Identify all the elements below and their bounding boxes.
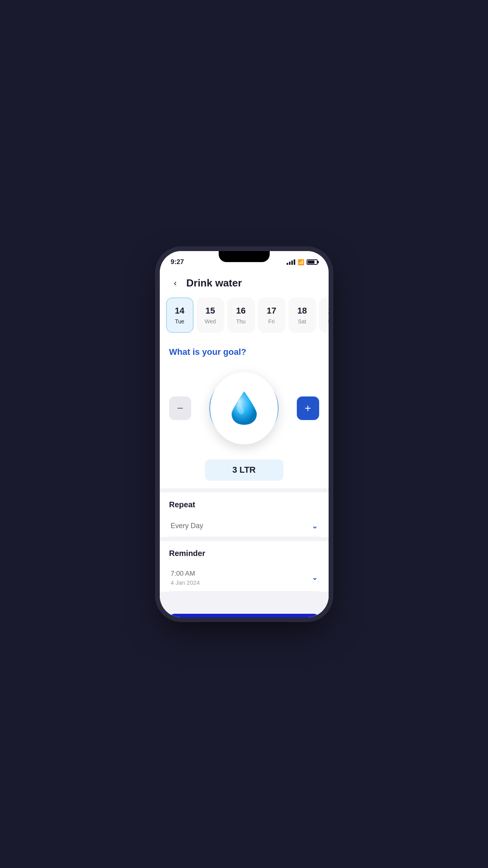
reminder-chevron-icon: ⌄ <box>312 573 318 582</box>
day-number: 17 <box>267 306 276 316</box>
reminder-time: 7:00 AM <box>171 570 200 578</box>
calendar-strip: 14Tue15Wed16Thu17Fri18Sat19Sun20Mon <box>160 294 329 339</box>
water-control: − <box>160 361 329 455</box>
repeat-value: Every Day <box>171 522 203 530</box>
goal-section: What is your goal? <box>160 339 329 361</box>
notch <box>219 251 270 262</box>
decrease-button[interactable]: − <box>169 396 192 420</box>
calendar-day-sun[interactable]: 19Sun <box>319 297 329 333</box>
day-name: Fri <box>268 318 274 325</box>
header: ‹ Drink water <box>160 271 329 294</box>
day-number: 15 <box>205 306 215 316</box>
day-name: Tue <box>175 318 185 325</box>
amount-display: 3 LTR <box>205 459 283 481</box>
back-arrow-icon: ‹ <box>174 278 177 288</box>
status-icons: 📶 <box>287 259 318 265</box>
status-time: 9:27 <box>171 258 184 266</box>
section-divider-1 <box>160 488 329 492</box>
app-content: ‹ Drink water 14Tue15Wed16Thu17Fri18Sat1… <box>160 271 329 617</box>
reminder-section: Reminder 7:00 AM 4 Jan 2024 ⌄ <box>160 541 329 592</box>
reminder-date: 4 Jan 2024 <box>171 579 200 586</box>
repeat-section: Repeat Every Day ⌄ <box>160 492 329 537</box>
signal-icon <box>287 259 295 265</box>
goal-question: What is your goal? <box>169 347 247 357</box>
amount-value: 3 LTR <box>232 465 256 475</box>
repeat-dropdown[interactable]: Every Day ⌄ <box>169 516 319 537</box>
day-number: 19 <box>328 306 328 316</box>
water-circle <box>207 369 281 448</box>
day-name: Sun <box>328 318 328 325</box>
reminder-info: 7:00 AM 4 Jan 2024 <box>171 570 200 586</box>
water-drop-icon <box>228 389 260 427</box>
calendar-day-fri[interactable]: 17Fri <box>258 297 285 333</box>
day-number: 18 <box>297 306 307 316</box>
save-section: SAVE <box>160 607 329 617</box>
repeat-chevron-icon: ⌄ <box>312 522 318 530</box>
reminder-label: Reminder <box>169 549 319 558</box>
calendar-day-thu[interactable]: 16Thu <box>227 297 255 333</box>
increase-button[interactable]: + <box>297 396 319 420</box>
calendar-day-wed[interactable]: 15Wed <box>197 297 224 333</box>
page-title: Drink water <box>186 277 242 289</box>
wifi-icon: 📶 <box>298 259 304 265</box>
phone-frame: 9:27 📶 ‹ Drink water 14Tue15Wed16T <box>160 251 329 617</box>
bottom-spacer <box>160 592 329 607</box>
back-button[interactable]: ‹ <box>169 277 182 290</box>
save-button[interactable]: SAVE <box>169 614 319 617</box>
day-name: Thu <box>236 318 245 325</box>
repeat-label: Repeat <box>169 500 319 509</box>
day-number: 14 <box>175 306 184 316</box>
battery-icon <box>307 259 318 265</box>
reminder-dropdown[interactable]: 7:00 AM 4 Jan 2024 ⌄ <box>169 564 319 592</box>
calendar-day-tue[interactable]: 14Tue <box>166 297 194 333</box>
calendar-day-sat[interactable]: 18Sat <box>289 297 316 333</box>
day-name: Wed <box>205 318 216 325</box>
section-divider-2 <box>160 537 329 541</box>
water-drop-container <box>210 372 278 444</box>
day-name: Sat <box>298 318 306 325</box>
day-number: 16 <box>236 306 245 316</box>
